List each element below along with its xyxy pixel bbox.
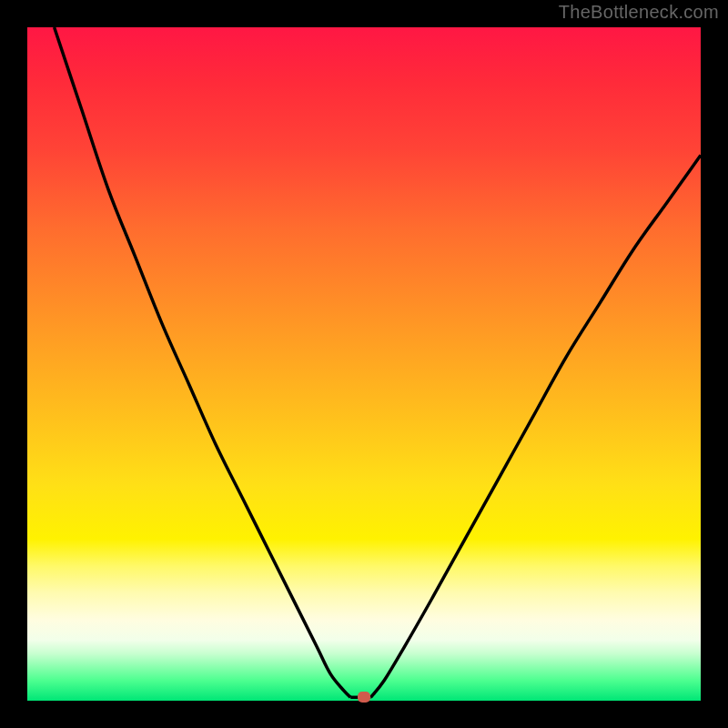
curve-left-branch: [55, 27, 351, 697]
watermark-text: TheBottleneck.com: [559, 2, 719, 23]
chart-curve-svg: [27, 27, 701, 701]
chart-plot-area: [27, 27, 701, 701]
minimum-marker: [358, 692, 370, 703]
curve-right-branch: [370, 156, 701, 698]
